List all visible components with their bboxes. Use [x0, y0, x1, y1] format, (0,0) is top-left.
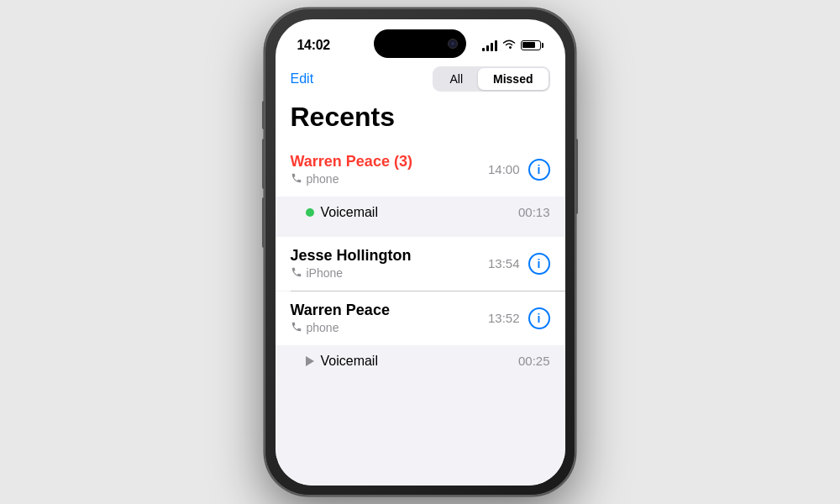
section-gap-1: [276, 228, 565, 237]
voicemail-row[interactable]: Voicemail 00:13: [276, 197, 565, 228]
wifi-icon: [502, 39, 516, 52]
signal-icon: [482, 39, 497, 51]
page-title: Recents: [276, 98, 565, 143]
volume-down-button: [262, 197, 265, 248]
call-type-label: iPhone: [307, 266, 344, 280]
call-info-left: Warren Peace (3) phone: [291, 153, 412, 186]
voicemail-left: Voicemail: [306, 205, 378, 220]
info-button[interactable]: i: [528, 253, 550, 275]
phone-icon: [291, 266, 302, 281]
call-info-left: Warren Peace phone: [291, 302, 390, 335]
call-type: iPhone: [291, 266, 412, 281]
phone-icon: [291, 321, 302, 335]
call-group-3: Warren Peace phone 13:52: [276, 291, 565, 377]
caller-name: Warren Peace: [291, 302, 390, 319]
caller-name: Warren Peace (3): [291, 153, 412, 171]
call-group-2: Jesse Hollington iPhone 13:54: [276, 237, 565, 291]
call-type: phone: [291, 321, 390, 335]
call-row[interactable]: Warren Peace (3) phone 14:00: [276, 143, 565, 197]
voicemail-left: Voicemail: [306, 354, 378, 369]
voicemail-row[interactable]: Voicemail 00:25: [276, 345, 565, 377]
call-info-right: 14:00 i: [488, 159, 550, 181]
voicemail-label: Voicemail: [321, 205, 378, 220]
call-info-right: 13:54 i: [488, 253, 550, 275]
voicemail-label: Voicemail: [321, 354, 378, 369]
call-info-left: Jesse Hollington iPhone: [291, 247, 412, 281]
battery-icon: [521, 40, 543, 50]
edit-button[interactable]: Edit: [291, 71, 314, 87]
voicemail-duration: 00:25: [518, 354, 550, 368]
call-group-1: Warren Peace (3) phone 14:00: [276, 143, 565, 228]
power-button: [575, 139, 578, 214]
call-row[interactable]: Jesse Hollington iPhone 13:54: [276, 237, 565, 291]
tab-missed[interactable]: Missed: [478, 68, 548, 90]
caller-name: Jesse Hollington: [291, 247, 412, 265]
voicemail-duration: 00:13: [518, 205, 550, 219]
filter-tabs: All Missed: [433, 66, 549, 92]
call-time: 14:00: [488, 162, 520, 176]
call-type: phone: [291, 172, 412, 186]
call-list: Warren Peace (3) phone 14:00: [276, 143, 565, 486]
tab-all[interactable]: All: [434, 68, 478, 90]
front-camera: [448, 39, 458, 49]
phone-screen: 14:02: [276, 19, 565, 486]
info-button[interactable]: i: [528, 159, 550, 181]
call-row[interactable]: Warren Peace phone 13:52: [276, 291, 565, 345]
info-button[interactable]: i: [528, 307, 550, 329]
status-time: 14:02: [297, 38, 330, 53]
play-icon: [306, 356, 314, 366]
status-bar: 14:02: [276, 19, 565, 60]
mute-button: [262, 101, 265, 129]
call-info-right: 13:52 i: [488, 307, 550, 329]
unplayed-indicator: [306, 208, 314, 217]
call-type-label: phone: [307, 172, 339, 186]
call-time: 13:54: [488, 256, 520, 270]
dynamic-island: [374, 29, 466, 58]
nav-bar: Edit All Missed: [276, 60, 565, 98]
phone-icon: [291, 172, 302, 186]
status-icons: [482, 39, 543, 52]
volume-up-button: [262, 139, 265, 189]
phone-device: 14:02: [265, 8, 575, 496]
call-time: 13:52: [488, 311, 520, 325]
call-type-label: phone: [307, 321, 339, 334]
